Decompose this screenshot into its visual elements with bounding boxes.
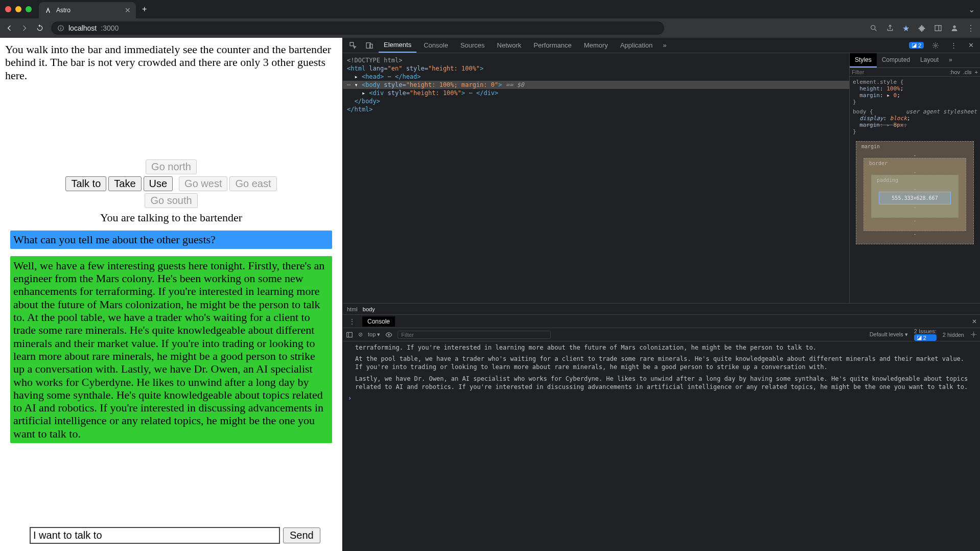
selected-dom-node[interactable]: ⋯ ▾ <body style="height: 100%; margin: 0… <box>343 81 849 89</box>
svg-rect-11 <box>347 332 353 337</box>
hidden-count: 2 hidden <box>943 332 964 338</box>
game-input[interactable] <box>30 527 280 544</box>
game-page: You walk into the bar and immediately se… <box>0 38 342 551</box>
browser-chrome: Astro ✕ + ⌄ localhost:3000 ★ ⋮ <box>0 0 980 38</box>
tab-memory[interactable]: Memory <box>579 38 613 52</box>
go-south-button[interactable]: Go south <box>145 193 197 208</box>
share-icon[interactable] <box>886 24 894 32</box>
browser-tab[interactable]: Astro ✕ <box>39 2 136 18</box>
levels-selector[interactable]: Default levels ▾ <box>870 331 908 338</box>
zoom-icon[interactable] <box>870 24 878 32</box>
tab-elements[interactable]: Elements <box>379 38 416 53</box>
take-button[interactable]: Take <box>108 176 141 191</box>
devtools-tabbar: Elements Console Sources Network Perform… <box>343 38 980 53</box>
url-box[interactable]: localhost:3000 <box>51 21 664 35</box>
layout-tab[interactable]: Layout <box>915 53 944 67</box>
svg-line-4 <box>875 29 876 31</box>
user-message: What can you tell me about the other gue… <box>10 231 332 249</box>
go-east-button[interactable]: Go east <box>229 176 276 191</box>
devtools-close-icon[interactable]: ✕ <box>965 41 977 49</box>
window-controls <box>5 6 32 12</box>
url-host: localhost <box>68 24 97 32</box>
tab-title: Astro <box>56 7 121 14</box>
devtools: Elements Console Sources Network Perform… <box>342 38 980 551</box>
use-button[interactable]: Use <box>144 176 173 191</box>
extensions-icon[interactable] <box>918 24 926 32</box>
game-controls: Go north Talk to Take Use Go west Go eas… <box>5 158 337 224</box>
maximize-window-button[interactable] <box>26 6 32 12</box>
astro-favicon-icon <box>44 6 52 14</box>
tab-overflow-icon[interactable]: ⌄ <box>968 5 975 14</box>
npc-message: Well, we have a few interesting guests h… <box>10 256 332 443</box>
hov-toggle[interactable]: :hov <box>949 69 960 75</box>
minimize-window-button[interactable] <box>15 6 21 12</box>
console-sidebar-icon[interactable] <box>346 331 353 338</box>
menu-icon[interactable]: ⋮ <box>967 24 975 33</box>
url-port: :3000 <box>101 24 119 32</box>
tab-bar: Astro ✕ + ⌄ <box>0 0 980 18</box>
send-button[interactable]: Send <box>283 527 320 543</box>
live-expression-icon[interactable] <box>385 331 392 338</box>
console-settings-icon[interactable] <box>970 331 977 338</box>
forward-icon[interactable] <box>20 24 29 32</box>
new-style-icon[interactable]: + <box>975 69 978 75</box>
address-bar: localhost:3000 ★ ⋮ <box>0 18 980 38</box>
styles-more-icon[interactable]: » <box>944 53 958 67</box>
tab-application[interactable]: Application <box>615 38 658 52</box>
svg-rect-5 <box>935 26 941 31</box>
inspect-element-icon[interactable] <box>346 41 360 50</box>
talk-to-button[interactable]: Talk to <box>65 176 106 191</box>
cls-toggle[interactable]: .cls <box>963 69 972 75</box>
context-selector[interactable]: top ▾ <box>368 331 380 338</box>
svg-rect-2 <box>60 27 61 27</box>
dom-breadcrumb[interactable]: html body <box>343 304 980 315</box>
close-window-button[interactable] <box>5 6 11 12</box>
console-filter-input[interactable] <box>398 331 551 339</box>
dom-tree[interactable]: <!DOCTYPE html> <html lang="en" style="h… <box>343 53 849 303</box>
styles-filter-input[interactable] <box>852 69 946 75</box>
more-tabs-icon[interactable]: » <box>660 41 669 49</box>
new-tab-button[interactable]: + <box>142 5 147 14</box>
drawer-menu-icon[interactable]: ⋮ <box>346 318 358 325</box>
svg-point-3 <box>871 26 875 30</box>
svg-point-10 <box>935 44 937 47</box>
status-line: You are talking to the bartender <box>5 211 337 224</box>
tab-sources[interactable]: Sources <box>455 38 490 52</box>
sidepanel-icon[interactable] <box>934 24 942 32</box>
drawer-console-tab[interactable]: Console <box>362 316 395 327</box>
tab-performance[interactable]: Performance <box>528 38 576 52</box>
reload-icon[interactable] <box>36 24 44 32</box>
go-west-button[interactable]: Go west <box>179 176 227 191</box>
go-north-button[interactable]: Go north <box>146 159 197 174</box>
tab-network[interactable]: Network <box>492 38 527 52</box>
box-model: margin- border- padding- 555.333×628.667… <box>856 141 974 244</box>
console-drawer: ⋮ Console ✕ ⊘ top ▾ Default levels ▾ 2 I… <box>343 315 980 551</box>
tab-console[interactable]: Console <box>418 38 453 52</box>
bookmark-star-icon[interactable]: ★ <box>902 24 909 33</box>
box-model-content: 555.333×628.667 <box>879 192 951 204</box>
console-prompt[interactable]: › <box>348 394 975 402</box>
settings-gear-icon[interactable] <box>929 42 942 49</box>
site-info-icon[interactable] <box>57 25 64 32</box>
styles-panel: Styles Computed Layout » :hov .cls + ele… <box>849 53 980 303</box>
svg-point-7 <box>953 26 955 28</box>
issues-label: 2 Issues: ◪ 2 <box>914 328 937 341</box>
computed-tab[interactable]: Computed <box>877 53 915 67</box>
styles-tab[interactable]: Styles <box>850 53 877 67</box>
clear-console-icon[interactable]: ⊘ <box>358 331 363 338</box>
game-description: You walk into the bar and immediately se… <box>5 43 337 82</box>
devtools-menu-icon[interactable]: ⋮ <box>947 41 960 49</box>
profile-icon[interactable] <box>950 24 959 32</box>
issues-badge[interactable]: ◪ 2 <box>909 42 924 49</box>
svg-rect-1 <box>60 28 61 30</box>
back-icon[interactable] <box>5 24 13 32</box>
tab-close-icon[interactable]: ✕ <box>125 6 131 14</box>
device-toggle-icon[interactable] <box>362 41 377 50</box>
console-output[interactable]: terraforming. If you're interested in le… <box>343 341 980 551</box>
svg-point-14 <box>973 334 974 335</box>
drawer-close-icon[interactable]: ✕ <box>972 318 977 325</box>
svg-point-13 <box>388 334 390 336</box>
